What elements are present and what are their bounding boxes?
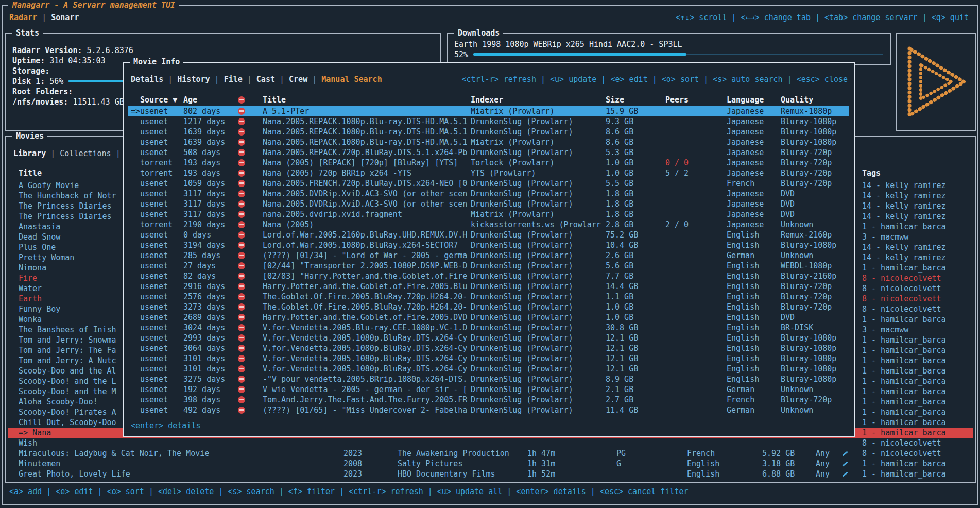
tab-history[interactable]: History bbox=[177, 75, 210, 84]
search-result-row[interactable]: torrent193 daysNana (2005) [REPACK] [720… bbox=[124, 158, 854, 168]
release-language: Japanese bbox=[727, 199, 764, 209]
search-result-row[interactable]: usenet2916 daysHarry.Potter.and.the.Gobl… bbox=[124, 281, 854, 292]
movie-title: Tom and Jerry: The Fa bbox=[19, 345, 116, 355]
tab-details[interactable]: Details bbox=[131, 75, 163, 84]
release-quality: Unknown bbox=[781, 384, 813, 395]
search-result-row[interactable]: usenet192 daysV wie Vendetta - 2005 - ge… bbox=[124, 384, 854, 395]
tab-collections[interactable]: Collections bbox=[60, 149, 111, 158]
search-result-row[interactable]: usenet3117 daysnana.2005.dvdrip.xvid.fra… bbox=[124, 209, 854, 219]
search-result-row[interactable]: usenet3117 daysNana.2005.DVDRip.XviD.AC3… bbox=[124, 189, 854, 199]
release-indexer: DrunkenSlug (Prowlarr) bbox=[471, 281, 573, 292]
search-result-row[interactable]: usenet508 daysNana.2005.REPACK.720p.BluR… bbox=[124, 147, 854, 158]
release-title: Tom.And.Jerry.The.Fast.And.The.Furry.200… bbox=[263, 395, 467, 405]
release-quality: Bluray-720p bbox=[781, 158, 832, 168]
tab-manual-search[interactable]: Manual Search bbox=[321, 75, 382, 84]
movie-row[interactable]: Wish8 - nicolecolvett bbox=[6, 438, 975, 448]
release-source: torrent bbox=[140, 168, 173, 178]
release-language: Japanese bbox=[727, 189, 764, 199]
tab-separator: | bbox=[46, 149, 60, 158]
search-result-row[interactable]: usenet2689 daysHarry.Potter.and.the.Gobl… bbox=[124, 312, 854, 323]
release-quality: DVD bbox=[781, 209, 795, 219]
column-header-size: Size bbox=[606, 95, 624, 105]
search-result-row[interactable]: usenet3117 daysNana.2005.DVDRip.XviD.AC3… bbox=[124, 199, 854, 209]
movie-tag: 8 - nicolecolvett bbox=[862, 273, 941, 283]
movie-tag: 1 - hamilcar_barca bbox=[862, 376, 946, 386]
search-result-row[interactable]: usenet398 daysTom.And.Jerry.The.Fast.And… bbox=[124, 395, 854, 405]
movie-tag: 1 - hamilcar_barca bbox=[862, 366, 946, 376]
search-result-row[interactable]: usenet3101 daysV.for.Vendetta.2005.1080p… bbox=[124, 353, 854, 364]
search-result-row[interactable]: torrent2190 daysNana (2005)kickasstorren… bbox=[124, 219, 854, 230]
release-indexer: DrunkenSlug (Prowlarr) bbox=[471, 302, 573, 312]
search-result-row[interactable]: usenet2993 daysV.for.Vendetta.2005.1080p… bbox=[124, 333, 854, 343]
movie-title: Wish bbox=[19, 438, 37, 448]
release-title: Nana.2005.REPACK.1080p.Blu-ray.DTS-HD.MA… bbox=[263, 116, 467, 127]
blocklist-icon bbox=[238, 221, 245, 228]
tab-sonarr[interactable]: Sonarr bbox=[51, 13, 79, 22]
search-result-row[interactable]: usenet1217 daysNana.2005.REPACK.1080p.Bl… bbox=[124, 116, 854, 127]
tab-crew[interactable]: Crew bbox=[289, 75, 307, 84]
release-age: 2689 days bbox=[183, 312, 225, 323]
version-label: Radarr Version: bbox=[12, 45, 82, 56]
search-result-row[interactable]: usenet0 daysLord.of.War.2005.2160p.BluRa… bbox=[124, 230, 854, 240]
tab-library[interactable]: Library bbox=[13, 149, 46, 158]
movie-row[interactable]: Minutemen2008Salty Pictures1h 31mGEnglis… bbox=[6, 459, 975, 469]
release-age: 0 days bbox=[183, 230, 211, 240]
movie-tag: 1 - hamilcar_barca bbox=[862, 335, 946, 345]
movie-runtime: 1h 31m bbox=[527, 459, 555, 469]
tab-separator: | bbox=[163, 75, 177, 84]
release-source: usenet bbox=[140, 261, 168, 271]
tab-radarr[interactable]: Radarr bbox=[9, 13, 37, 22]
movie-tag: 1 - hamilcar_barca bbox=[862, 397, 946, 407]
disk-percent: 56% bbox=[49, 76, 63, 87]
column-header-age: Age bbox=[183, 95, 197, 105]
search-result-row[interactable]: usenet3275 days-"V pour vendetta.2005.BR… bbox=[124, 374, 854, 384]
tab-cast[interactable]: Cast bbox=[256, 75, 275, 84]
release-size: 12.1 GB bbox=[606, 364, 638, 374]
downloads-panel-title: Downloads bbox=[454, 28, 503, 38]
release-language: English bbox=[727, 281, 759, 292]
movie-tag: 1 - hamilcar_barca bbox=[862, 428, 946, 438]
release-size: 2.6 GB bbox=[606, 250, 633, 261]
release-language: English bbox=[727, 230, 759, 240]
release-indexer: DrunkenSlug (Prowlarr) bbox=[471, 127, 573, 137]
search-result-row[interactable]: usenet27 days[02/44] "Transporter 2.2005… bbox=[124, 261, 854, 271]
release-source: usenet bbox=[140, 271, 168, 281]
search-result-row[interactable]: usenet492 days(????) [01/65] - "Miss Und… bbox=[124, 405, 854, 415]
release-quality: Unknown bbox=[781, 219, 813, 230]
search-result-row[interactable]: usenet3024 daysV.for.Vendetta.2005.Blu-r… bbox=[124, 323, 854, 333]
search-result-row[interactable]: usenet3101 daysV.for.Vendetta.2005.1080p… bbox=[124, 364, 854, 374]
release-quality: Bluray-1080p bbox=[781, 116, 836, 127]
managarr-logo-icon bbox=[903, 43, 969, 121]
search-result-row[interactable]: usenet3064 daysV.for.Vendetta.2005.1080p… bbox=[124, 343, 854, 353]
search-result-row[interactable]: usenet285 days(????) [01/34] - "Lord of … bbox=[124, 250, 854, 261]
release-source: usenet bbox=[140, 199, 168, 209]
search-result-row[interactable]: usenet3273 daysThe.Goblet.Of.Fire.2005.B… bbox=[124, 302, 854, 312]
root-folder-path: /nfs/movies: bbox=[12, 97, 68, 107]
search-result-row[interactable]: usenet3194 daysLord.of.War.2005.1080p.Bl… bbox=[124, 240, 854, 250]
movie-row[interactable]: Great Photo, Lovely Life2023HBO Document… bbox=[6, 469, 975, 479]
search-result-row[interactable]: =>usenet802 daysA 5.1-PTerMiatrix (Prowl… bbox=[124, 106, 854, 116]
movie-row[interactable]: Miraculous: Ladybug & Cat Noir, The Movi… bbox=[6, 448, 975, 459]
download-percent: 52% bbox=[454, 49, 468, 60]
release-indexer: DrunkenSlug (Prowlarr) bbox=[471, 405, 573, 415]
search-result-row[interactable]: torrent193 daysNana (2005) 720p BRRip x2… bbox=[124, 168, 854, 178]
release-source: usenet bbox=[140, 374, 168, 384]
release-age: 3101 days bbox=[183, 364, 225, 374]
movie-title: Dead Snow bbox=[19, 232, 60, 242]
tab-file[interactable]: File bbox=[224, 75, 243, 84]
movie-info-title: Movie Info bbox=[130, 57, 183, 67]
release-age: 285 days bbox=[183, 250, 220, 261]
search-result-row[interactable]: usenet1639 daysNana.2005.REPACK.1080p.Bl… bbox=[124, 137, 854, 147]
release-age: 82 days bbox=[183, 271, 216, 281]
search-result-row[interactable]: usenet2576 daysThe.Goblet.Of.Fire.2005.B… bbox=[124, 292, 854, 302]
release-size: 8.6 GB bbox=[606, 137, 633, 147]
release-indexer: Miatrix (Prowlarr) bbox=[471, 137, 555, 147]
blocklist-icon bbox=[238, 407, 245, 414]
monitored-cell bbox=[841, 459, 849, 469]
release-quality: Bluray-720p bbox=[781, 395, 832, 405]
tab-separator: | bbox=[307, 75, 321, 84]
movie-size: 5.92 GB bbox=[762, 448, 795, 459]
search-result-row[interactable]: usenet82 days[02/83] "Harry.Potter.and.t… bbox=[124, 271, 854, 281]
search-result-row[interactable]: usenet1059 daysNana.2005.FRENCH.720p.Blu… bbox=[124, 178, 854, 189]
search-result-row[interactable]: usenet1639 daysNana.2005.REPACK.1080p.Bl… bbox=[124, 127, 854, 137]
